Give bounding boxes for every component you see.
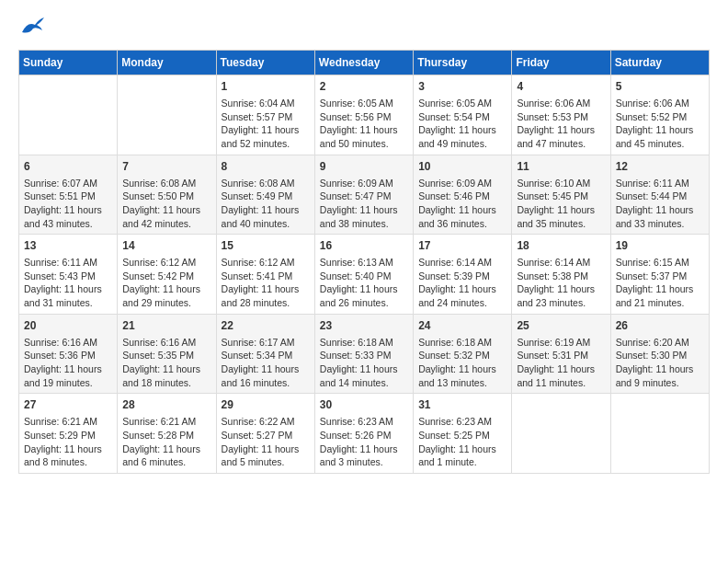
day-info: Sunrise: 6:22 AMSunset: 5:27 PMDaylight:…: [222, 415, 310, 469]
calendar-cell: 25Sunrise: 6:19 AMSunset: 5:31 PMDayligh…: [512, 314, 610, 394]
day-number: 23: [320, 318, 408, 334]
day-number: 10: [418, 159, 506, 175]
day-info: Sunrise: 6:14 AMSunset: 5:38 PMDaylight:…: [517, 256, 605, 310]
calendar-cell: 27Sunrise: 6:21 AMSunset: 5:29 PMDayligh…: [19, 394, 118, 474]
calendar-cell: 24Sunrise: 6:18 AMSunset: 5:32 PMDayligh…: [414, 314, 512, 394]
day-info: Sunrise: 6:23 AMSunset: 5:26 PMDaylight:…: [320, 415, 408, 469]
day-number: 17: [418, 238, 506, 254]
day-info: Sunrise: 6:23 AMSunset: 5:25 PMDaylight:…: [418, 415, 506, 469]
day-info: Sunrise: 6:21 AMSunset: 5:28 PMDaylight:…: [122, 415, 210, 469]
day-number: 20: [24, 318, 112, 334]
day-number: 13: [24, 238, 112, 254]
day-number: 24: [418, 318, 506, 334]
calendar-table: SundayMondayTuesdayWednesdayThursdayFrid…: [18, 50, 710, 474]
day-number: 8: [222, 159, 310, 175]
day-number: 19: [616, 238, 704, 254]
logo-bird-icon: [20, 16, 46, 36]
day-number: 28: [122, 397, 210, 413]
day-info: Sunrise: 6:05 AMSunset: 5:54 PMDaylight:…: [418, 97, 506, 151]
day-info: Sunrise: 6:17 AMSunset: 5:34 PMDaylight:…: [222, 336, 310, 390]
day-number: 29: [222, 397, 310, 413]
weekday-header-monday: Monday: [118, 51, 216, 75]
calendar-cell: 5Sunrise: 6:06 AMSunset: 5:52 PMDaylight…: [610, 75, 709, 155]
day-info: Sunrise: 6:16 AMSunset: 5:35 PMDaylight:…: [122, 336, 210, 390]
day-info: Sunrise: 6:07 AMSunset: 5:51 PMDaylight:…: [24, 177, 112, 231]
day-number: 15: [222, 238, 310, 254]
calendar-cell: 9Sunrise: 6:09 AMSunset: 5:47 PMDaylight…: [314, 155, 413, 235]
calendar-cell: 1Sunrise: 6:04 AMSunset: 5:57 PMDaylight…: [216, 75, 314, 155]
day-info: Sunrise: 6:19 AMSunset: 5:31 PMDaylight:…: [517, 336, 605, 390]
day-info: Sunrise: 6:10 AMSunset: 5:45 PMDaylight:…: [517, 177, 605, 231]
calendar-week-row: 20Sunrise: 6:16 AMSunset: 5:36 PMDayligh…: [19, 314, 710, 394]
day-info: Sunrise: 6:15 AMSunset: 5:37 PMDaylight:…: [616, 256, 704, 310]
calendar-cell: 19Sunrise: 6:15 AMSunset: 5:37 PMDayligh…: [610, 235, 709, 315]
calendar-cell: [610, 394, 709, 474]
day-number: 1: [222, 79, 310, 95]
weekday-header-thursday: Thursday: [414, 51, 512, 75]
calendar-cell: 30Sunrise: 6:23 AMSunset: 5:26 PMDayligh…: [314, 394, 413, 474]
day-info: Sunrise: 6:13 AMSunset: 5:40 PMDaylight:…: [320, 256, 408, 310]
calendar-cell: 17Sunrise: 6:14 AMSunset: 5:39 PMDayligh…: [414, 235, 512, 315]
day-info: Sunrise: 6:14 AMSunset: 5:39 PMDaylight:…: [418, 256, 506, 310]
calendar-body: 1Sunrise: 6:04 AMSunset: 5:57 PMDaylight…: [19, 75, 710, 474]
weekday-header-friday: Friday: [512, 51, 610, 75]
day-info: Sunrise: 6:16 AMSunset: 5:36 PMDaylight:…: [24, 336, 112, 390]
day-number: 31: [418, 397, 506, 413]
calendar-week-row: 6Sunrise: 6:07 AMSunset: 5:51 PMDaylight…: [19, 155, 710, 235]
day-info: Sunrise: 6:12 AMSunset: 5:41 PMDaylight:…: [222, 256, 310, 310]
calendar-header: SundayMondayTuesdayWednesdayThursdayFrid…: [19, 51, 710, 75]
day-number: 7: [122, 159, 210, 175]
day-number: 22: [222, 318, 310, 334]
calendar-week-row: 1Sunrise: 6:04 AMSunset: 5:57 PMDaylight…: [19, 75, 710, 155]
day-info: Sunrise: 6:11 AMSunset: 5:43 PMDaylight:…: [24, 256, 112, 310]
calendar-cell: 8Sunrise: 6:08 AMSunset: 5:49 PMDaylight…: [216, 155, 314, 235]
calendar-cell: 29Sunrise: 6:22 AMSunset: 5:27 PMDayligh…: [216, 394, 314, 474]
day-info: Sunrise: 6:20 AMSunset: 5:30 PMDaylight:…: [616, 336, 704, 390]
day-info: Sunrise: 6:09 AMSunset: 5:46 PMDaylight:…: [418, 177, 506, 231]
calendar-cell: [512, 394, 610, 474]
day-info: Sunrise: 6:21 AMSunset: 5:29 PMDaylight:…: [24, 415, 112, 469]
day-number: 21: [122, 318, 210, 334]
day-number: 5: [616, 79, 704, 95]
day-number: 18: [517, 238, 605, 254]
day-info: Sunrise: 6:08 AMSunset: 5:50 PMDaylight:…: [122, 177, 210, 231]
weekday-header-tuesday: Tuesday: [216, 51, 314, 75]
calendar-cell: 20Sunrise: 6:16 AMSunset: 5:36 PMDayligh…: [19, 314, 118, 394]
calendar-cell: 21Sunrise: 6:16 AMSunset: 5:35 PMDayligh…: [118, 314, 216, 394]
calendar-cell: 12Sunrise: 6:11 AMSunset: 5:44 PMDayligh…: [610, 155, 709, 235]
day-info: Sunrise: 6:18 AMSunset: 5:32 PMDaylight:…: [418, 336, 506, 390]
day-number: 9: [320, 159, 408, 175]
calendar-cell: 18Sunrise: 6:14 AMSunset: 5:38 PMDayligh…: [512, 235, 610, 315]
day-number: 26: [616, 318, 704, 334]
calendar-cell: [19, 75, 118, 155]
day-number: 27: [24, 397, 112, 413]
day-info: Sunrise: 6:04 AMSunset: 5:57 PMDaylight:…: [222, 97, 310, 151]
day-info: Sunrise: 6:06 AMSunset: 5:53 PMDaylight:…: [517, 97, 605, 151]
calendar-cell: 23Sunrise: 6:18 AMSunset: 5:33 PMDayligh…: [314, 314, 413, 394]
calendar-cell: 15Sunrise: 6:12 AMSunset: 5:41 PMDayligh…: [216, 235, 314, 315]
calendar-cell: 22Sunrise: 6:17 AMSunset: 5:34 PMDayligh…: [216, 314, 314, 394]
day-info: Sunrise: 6:08 AMSunset: 5:49 PMDaylight:…: [222, 177, 310, 231]
weekday-header-sunday: Sunday: [19, 51, 118, 75]
calendar-cell: 4Sunrise: 6:06 AMSunset: 5:53 PMDaylight…: [512, 75, 610, 155]
calendar-cell: 14Sunrise: 6:12 AMSunset: 5:42 PMDayligh…: [118, 235, 216, 315]
day-info: Sunrise: 6:09 AMSunset: 5:47 PMDaylight:…: [320, 177, 408, 231]
weekday-header-row: SundayMondayTuesdayWednesdayThursdayFrid…: [19, 51, 710, 75]
calendar-cell: 10Sunrise: 6:09 AMSunset: 5:46 PMDayligh…: [414, 155, 512, 235]
calendar-cell: 3Sunrise: 6:05 AMSunset: 5:54 PMDaylight…: [414, 75, 512, 155]
calendar-cell: 6Sunrise: 6:07 AMSunset: 5:51 PMDaylight…: [19, 155, 118, 235]
calendar-cell: 16Sunrise: 6:13 AMSunset: 5:40 PMDayligh…: [314, 235, 413, 315]
calendar-cell: [118, 75, 216, 155]
calendar-cell: 31Sunrise: 6:23 AMSunset: 5:25 PMDayligh…: [414, 394, 512, 474]
day-number: 11: [517, 159, 605, 175]
calendar-cell: 13Sunrise: 6:11 AMSunset: 5:43 PMDayligh…: [19, 235, 118, 315]
day-number: 2: [320, 79, 408, 95]
day-number: 3: [418, 79, 506, 95]
weekday-header-wednesday: Wednesday: [314, 51, 413, 75]
calendar-cell: 7Sunrise: 6:08 AMSunset: 5:50 PMDaylight…: [118, 155, 216, 235]
day-number: 6: [24, 159, 112, 175]
day-info: Sunrise: 6:18 AMSunset: 5:33 PMDaylight:…: [320, 336, 408, 390]
calendar-week-row: 27Sunrise: 6:21 AMSunset: 5:29 PMDayligh…: [19, 394, 710, 474]
day-info: Sunrise: 6:06 AMSunset: 5:52 PMDaylight:…: [616, 97, 704, 151]
day-info: Sunrise: 6:12 AMSunset: 5:42 PMDaylight:…: [122, 256, 210, 310]
